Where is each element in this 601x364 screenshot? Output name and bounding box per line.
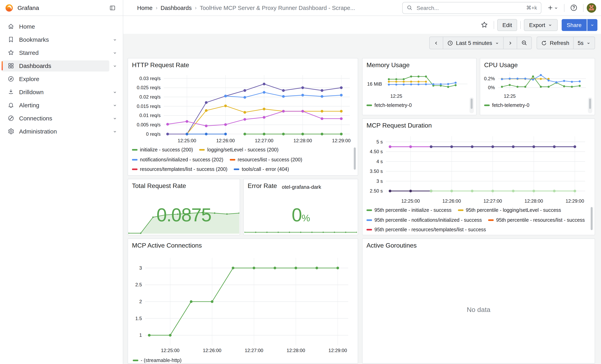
search-input-wrapper[interactable]: ⌘+k [402, 2, 541, 14]
memory-legend: fetch-telemetry-0 [367, 100, 468, 112]
chevron-down-icon [590, 22, 595, 27]
legend-item[interactable]: tools/list - success (200) [201, 174, 262, 175]
apps-icon [7, 62, 14, 69]
time-range-picker[interactable]: Last 5 minutes [443, 37, 504, 49]
chevron-down-icon [554, 5, 559, 10]
legend-scrollbar[interactable] [589, 98, 591, 109]
legend-label: - (streamable-http) [141, 358, 182, 364]
time-shift-back-button[interactable] [429, 37, 443, 49]
sidebar-item-body[interactable]: Home [2, 21, 120, 32]
edit-button[interactable]: Edit [497, 19, 517, 31]
search-shortcut: ⌘+k [526, 5, 537, 11]
sidebar-item-drilldown[interactable]: Drilldown [0, 85, 123, 98]
legend-item[interactable]: 95th percentile - initialize - success [367, 206, 451, 215]
zoom-out-button[interactable] [517, 37, 532, 49]
panel-title[interactable]: Total Request Rate [128, 179, 240, 189]
breadcrumb-separator: › [195, 5, 197, 11]
zoom-out-icon [521, 40, 528, 46]
panel-title[interactable]: MCP Request Duration [362, 119, 595, 129]
time-shift-forward-button[interactable] [503, 37, 517, 49]
sidebar-item-explore[interactable]: Explore [0, 72, 123, 85]
help-button[interactable] [568, 2, 580, 14]
chevron-down-icon[interactable] [110, 113, 120, 123]
sidebar-item-starred[interactable]: Starred [0, 46, 123, 59]
chevron-down-icon[interactable] [110, 61, 120, 70]
refresh-interval-label: 5s [578, 40, 583, 46]
legend-item[interactable]: resources/templates/list - success (200) [132, 165, 227, 174]
panel-active-goroutines: Active Goroutines No data [362, 238, 595, 364]
refresh-button[interactable]: Refresh [537, 37, 574, 49]
legend-item[interactable]: 95th percentile - logging/setLevel - suc… [458, 206, 561, 215]
sidebar-item-body[interactable]: Administration [2, 126, 109, 137]
legend-item[interactable]: tools/call - success (200) [132, 174, 195, 175]
memory-usage-chart: 12:2516 MiB [364, 69, 473, 100]
chevron-down-icon [495, 41, 499, 45]
stat-unit: % [302, 213, 310, 223]
legend-item[interactable]: - (streamable-http) [133, 356, 182, 364]
chevron-down-icon[interactable] [110, 48, 120, 58]
sidebar-item-body[interactable]: Bookmarks [2, 34, 109, 45]
legend-item[interactable]: 95th percentile - notifications/initiali… [367, 215, 482, 225]
share-button[interactable]: Share [561, 19, 587, 31]
refresh-label: Refresh [550, 40, 569, 46]
refresh-interval-picker[interactable]: 5s [573, 37, 595, 49]
legend-label: fetch-telemetry-0 [374, 103, 412, 108]
dock-sidebar-icon[interactable] [107, 2, 118, 13]
legend-label: 95th percentile - resources/list - succe… [496, 217, 585, 223]
export-button[interactable]: Export [524, 19, 558, 31]
sidebar-item-body[interactable]: Connections [2, 113, 109, 124]
legend-item[interactable]: unknown - success (200) [269, 174, 332, 175]
sidebar-item-administration[interactable]: Administration [0, 125, 123, 138]
panel-title[interactable]: MCP Active Connections [128, 239, 358, 249]
share-menu-button[interactable] [587, 19, 597, 31]
svg-text:2.50 s: 2.50 s [370, 188, 383, 194]
refresh-group: Refresh 5s [537, 37, 595, 49]
sidebar-item-alerting[interactable]: Alerting [0, 98, 123, 112]
divider [494, 21, 494, 29]
sidebar-item-body[interactable]: Explore [2, 73, 120, 84]
sidebar-item-body[interactable]: Alerting [2, 99, 109, 111]
legend-item[interactable]: logging/setLevel - success (200) [199, 145, 279, 155]
legend-swatch [367, 219, 372, 221]
sidebar-item-body[interactable]: Dashboards [2, 60, 109, 71]
divider [583, 4, 583, 12]
chevron-right-icon [508, 40, 513, 46]
legend-scrollbar[interactable] [591, 207, 593, 230]
panel-http-request-rate: HTTP Request Rate 12:25:0012:26:0012:27:… [128, 58, 358, 176]
panel-title[interactable]: CPU Usage [480, 59, 595, 69]
sidebar-item-dashboards[interactable]: Dashboards [0, 59, 123, 72]
sidebar-item-body[interactable]: Drilldown [2, 87, 109, 98]
breadcrumb-item[interactable]: Dashboards [160, 5, 191, 11]
sidebar-item-home[interactable]: Home [0, 20, 123, 33]
legend-item[interactable]: notifications/initialized - success (202… [132, 155, 223, 165]
legend-item[interactable]: initialize - success (200) [132, 145, 193, 155]
panel-title[interactable]: Memory Usage [362, 59, 476, 69]
chevron-down-icon[interactable] [110, 100, 120, 110]
panel-title[interactable]: HTTP Request Rate [128, 59, 358, 69]
chevron-down-icon[interactable] [110, 127, 120, 136]
chart-svg: 12:2516 MiB [364, 69, 473, 100]
add-new-button[interactable] [545, 2, 561, 14]
legend-item[interactable]: 95th percentile - resources/templates/li… [367, 225, 486, 234]
search-input[interactable] [416, 4, 526, 11]
sidebar-item-connections[interactable]: Connections [0, 112, 123, 125]
chevron-down-icon[interactable] [110, 87, 120, 97]
legend-scrollbar[interactable] [354, 148, 356, 170]
breadcrumb-item[interactable]: Home [137, 5, 152, 11]
star-dashboard-button[interactable] [478, 19, 491, 31]
legend-item[interactable]: resources/list - success (200) [230, 155, 302, 165]
sidebar-item-body[interactable]: Starred [2, 47, 109, 58]
svg-text:12:25:00: 12:25:00 [401, 198, 420, 204]
chevron-down-icon[interactable] [110, 35, 120, 44]
panel-title[interactable]: Active Goroutines [362, 239, 595, 249]
mcp-active-connections-chart: 12:25:0012:26:0012:27:0012:28:0012:29:00… [131, 255, 354, 354]
legend-scrollbar[interactable] [471, 98, 473, 109]
legend-item[interactable]: fetch-telemetry-0 [367, 100, 412, 110]
legend-item[interactable]: tools/call - error (404) [234, 165, 289, 174]
legend-item[interactable]: fetch-telemetry-0 [484, 100, 530, 110]
avatar[interactable] [587, 3, 596, 12]
sidebar-item-bookmarks[interactable]: Bookmarks [0, 33, 123, 46]
legend-item[interactable]: 95th percentile - resources/list - succe… [488, 215, 585, 225]
sidebar-item-label: Connections [19, 115, 52, 122]
chart-svg: 12:250.2%0% [482, 69, 591, 100]
